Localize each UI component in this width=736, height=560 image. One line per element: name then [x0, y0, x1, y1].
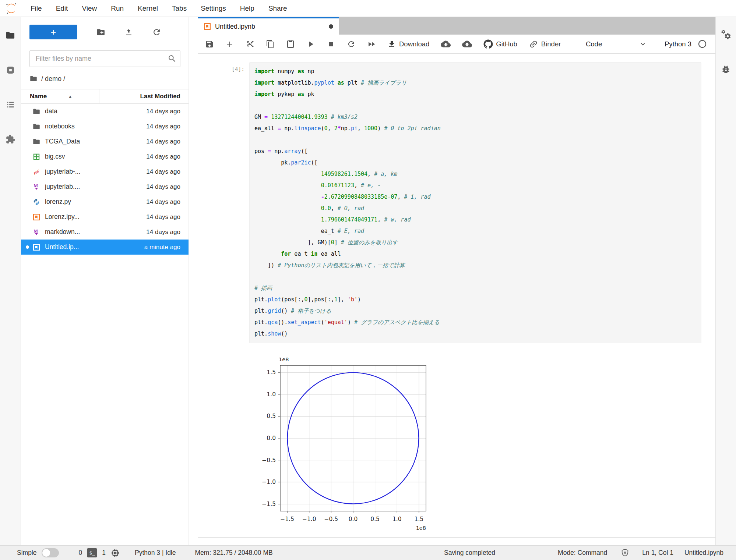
notebook-content: [4]: import numpy as npimport matplotlib…: [198, 54, 715, 538]
property-inspector-icon[interactable]: [720, 29, 732, 40]
file-list-header: Name ▲ Last Modified: [21, 89, 189, 104]
extension-manager-icon[interactable]: [4, 133, 16, 145]
file-modified: 14 days ago: [146, 183, 189, 191]
copy-button[interactable]: [266, 40, 275, 49]
file-row[interactable]: big.csv14 days ago: [21, 149, 189, 164]
filter-files-input[interactable]: [29, 50, 180, 67]
file-row[interactable]: TCGA_Data14 days ago: [21, 134, 189, 149]
cut-button[interactable]: [246, 40, 254, 49]
file-row[interactable]: notebooks14 days ago: [21, 119, 189, 134]
menu-edit[interactable]: Edit: [49, 4, 75, 13]
code-line: pos = np.array([: [254, 146, 696, 157]
execution-count: [4]:: [198, 62, 249, 343]
running-sessions-icon[interactable]: [4, 64, 16, 76]
menu-help[interactable]: Help: [233, 4, 261, 13]
running-sessions-status[interactable]: 0 $_ 1: [79, 548, 120, 558]
folder-icon: [32, 123, 41, 131]
file-row[interactable]: lorenz.py14 days ago: [21, 194, 189, 209]
status-bar: Simple 0 $_ 1 Python 3 | Idle Mem: 321.7…: [0, 545, 736, 560]
file-modified: a minute ago: [144, 244, 189, 251]
code-line: [254, 271, 696, 283]
code-line: 1.796601474049171, # w, rad: [254, 214, 696, 226]
menu-share[interactable]: Share: [261, 4, 294, 13]
menu-bar-items: FileEditViewRunKernelTabsSettingsHelpSha…: [24, 4, 294, 13]
svg-text:−1.0: −1.0: [302, 516, 316, 522]
menu-settings[interactable]: Settings: [194, 4, 233, 13]
table-of-contents-icon[interactable]: [4, 99, 16, 110]
activity-status: Saving completed: [444, 549, 495, 557]
file-row[interactable]: Mmarkdown...14 days ago: [21, 224, 189, 240]
restart-button[interactable]: [347, 40, 356, 49]
svg-text:0.0: 0.0: [349, 516, 358, 522]
svg-text:1.0: 1.0: [392, 516, 402, 522]
file-name: Untitled.ip...: [45, 243, 79, 251]
cursor-position[interactable]: Ln 1, Col 1: [642, 549, 673, 557]
menu-view[interactable]: View: [75, 4, 104, 13]
refresh-button[interactable]: [152, 28, 161, 37]
file-row[interactable]: Untitled.ip...a minute ago: [21, 240, 189, 255]
toolbar-right: Code Python 3: [584, 39, 708, 49]
kernel-status[interactable]: Python 3 | Idle: [135, 549, 176, 557]
code-line: plt.grid() # 格子をつける: [254, 305, 696, 317]
cloud-download-button[interactable]: [441, 39, 451, 49]
new-folder-button[interactable]: [96, 28, 105, 37]
run-button[interactable]: [306, 40, 315, 49]
chevron-down-icon: [639, 40, 647, 48]
download-icon: [387, 40, 396, 49]
code-line: 149598261.1504, # a, km: [254, 169, 696, 180]
fast-forward-button[interactable]: [367, 40, 376, 49]
stop-button[interactable]: [327, 40, 335, 49]
file-name: TCGA_Data: [45, 138, 80, 145]
new-launcher-button[interactable]: +: [29, 25, 77, 39]
folder-crumb-icon: [29, 75, 38, 83]
code-line: for ea_t in ea_all: [254, 248, 696, 260]
folder-icon: [32, 138, 41, 146]
binder-button[interactable]: Binder: [529, 39, 561, 49]
github-label: GitHub: [496, 40, 517, 48]
toolbar-buttons: DownloadGitHubBinder: [205, 39, 561, 49]
upload-button[interactable]: [124, 28, 133, 37]
breadcrumb[interactable]: / demo /: [29, 75, 180, 83]
menu-run[interactable]: Run: [104, 4, 131, 13]
file-browser-icon[interactable]: [4, 29, 16, 41]
cell-type-select[interactable]: Code: [584, 40, 649, 48]
unsaved-file-dot: [26, 245, 29, 249]
paste-button[interactable]: [286, 40, 295, 49]
tab-untitled-ipynb[interactable]: Untitled.ipynb: [198, 17, 339, 35]
cloud-upload-icon: [462, 39, 472, 49]
notebook-icon: [32, 243, 41, 251]
menu-kernel[interactable]: Kernel: [131, 4, 165, 13]
file-modified: 14 days ago: [146, 168, 189, 176]
sort-by-modified-header[interactable]: Last Modified: [99, 89, 189, 103]
jupyter-logo: [4, 1, 18, 16]
debugger-icon[interactable]: [720, 63, 732, 75]
save-button[interactable]: [205, 40, 214, 49]
file-row[interactable]: Lorenz.ipy...14 days ago: [21, 209, 189, 224]
cloud-upload-button[interactable]: [462, 39, 472, 49]
markdown-icon: M: [32, 228, 41, 236]
modified-column-label: Last Modified: [140, 93, 180, 100]
menu-tabs[interactable]: Tabs: [165, 4, 194, 13]
kernel-name[interactable]: Python 3: [665, 40, 691, 48]
menu-file[interactable]: File: [24, 4, 49, 13]
svg-text:−0.5: −0.5: [324, 516, 338, 522]
add-button[interactable]: [225, 40, 234, 49]
simple-mode-toggle[interactable]: [42, 548, 59, 557]
file-row[interactable]: Mjupyterlab....14 days ago: [21, 179, 189, 194]
file-modified: 14 days ago: [146, 198, 189, 206]
code-editor[interactable]: import numpy as npimport matplotlib.pypl…: [249, 62, 701, 343]
file-row[interactable]: PDFjupyterlab-...14 days ago: [21, 164, 189, 179]
svg-text:−0.5: −0.5: [262, 457, 276, 464]
file-row[interactable]: data14 days ago: [21, 104, 189, 119]
file-modified: 14 days ago: [146, 228, 189, 236]
notebook-tab-icon: [203, 22, 211, 31]
binder-label: Binder: [541, 40, 561, 48]
file-modified: 14 days ago: [146, 213, 189, 221]
tab-title: Untitled.ipynb: [215, 23, 255, 31]
github-icon: [483, 39, 493, 49]
panel-resize-handle[interactable]: [189, 17, 198, 545]
download-button[interactable]: Download: [387, 40, 429, 49]
github-button[interactable]: GitHub: [483, 39, 517, 49]
left-sidebar: [0, 17, 21, 545]
sort-by-name-header[interactable]: Name ▲: [21, 89, 99, 103]
